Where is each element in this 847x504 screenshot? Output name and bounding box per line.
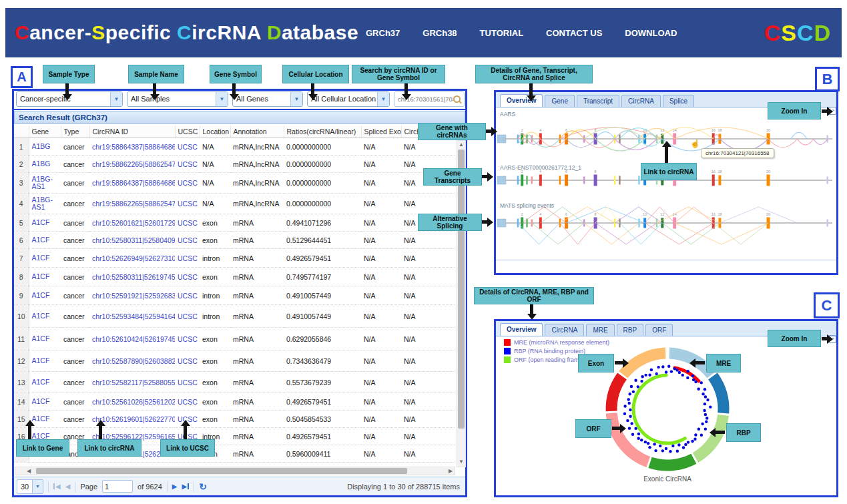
- ucsc-link[interactable]: UCSC: [178, 292, 198, 300]
- column-header-Annotation[interactable]: Annotation: [230, 125, 284, 138]
- sample-name-select[interactable]: All Samples ▼: [127, 91, 228, 107]
- circrna-link[interactable]: chr10:52582117|52588055: [92, 379, 175, 387]
- column-header-CircRNA ID[interactable]: CircRNA ID: [89, 125, 175, 138]
- nav-item-download[interactable]: DOWNLOAD: [625, 28, 677, 38]
- column-header-Location[interactable]: Location: [200, 125, 230, 138]
- circrna-link[interactable]: chr19:58864387|58864686: [92, 179, 175, 187]
- gene-link[interactable]: A1BG-AS1: [32, 196, 53, 211]
- callout-link-to-ucsc: Link to UCSC: [160, 439, 215, 457]
- scroll-up-icon[interactable]: ▲: [459, 142, 464, 148]
- gene-link[interactable]: A1CF: [32, 272, 50, 280]
- search-icon[interactable]: [453, 95, 461, 103]
- callout-cellular-location: Cellular Location: [282, 65, 349, 83]
- gene-link[interactable]: A1CF: [32, 291, 50, 299]
- gene-link[interactable]: A1BG-AS1: [32, 175, 53, 190]
- b-tab-overview[interactable]: Overview: [500, 94, 543, 107]
- first-page-button[interactable]: ◀: [53, 483, 61, 490]
- gene-link[interactable]: A1CF: [32, 218, 50, 226]
- column-header-Gene[interactable]: Gene: [29, 125, 61, 138]
- circrna-link[interactable]: chr10:52580311|52580409: [92, 236, 175, 244]
- column-header-Type[interactable]: Type: [61, 125, 89, 138]
- nav-item-tutorial[interactable]: TUTORIAL: [480, 28, 523, 38]
- circrna-link[interactable]: chr10:52587890|52603882: [92, 357, 175, 365]
- circrna-link[interactable]: chr10:52610424|52619745: [92, 335, 175, 343]
- ucsc-link[interactable]: UCSC: [178, 179, 198, 187]
- ucsc-link[interactable]: UCSC: [178, 398, 198, 406]
- scroll-left-icon[interactable]: ◀: [27, 469, 31, 474]
- last-page-button[interactable]: ▶: [182, 483, 190, 490]
- circrna-link[interactable]: chr10:52626949|52627310: [92, 254, 175, 262]
- table-row: 5A1CFcancerchr10:52601621|52601729UCSCex…: [14, 214, 455, 232]
- c-tab-circrna[interactable]: CircRNA: [545, 324, 584, 336]
- panel-c-badge: C: [814, 292, 840, 318]
- c-tab-rbp[interactable]: RBP: [617, 324, 644, 336]
- gene-select[interactable]: All Genes ▼: [232, 91, 303, 107]
- refresh-icon[interactable]: ↻: [199, 481, 207, 492]
- circrna-link[interactable]: chr10:52561026|52561202: [92, 398, 175, 406]
- gene-link[interactable]: A1CF: [32, 397, 50, 405]
- ucsc-link[interactable]: UCSC: [178, 160, 198, 168]
- callout-arrow: [65, 83, 69, 94]
- ucsc-link[interactable]: UCSC: [178, 357, 198, 365]
- cell: N/A: [200, 173, 230, 194]
- scroll-down-icon[interactable]: ▼: [459, 459, 464, 465]
- column-header-Ratios(circRNA/linear)[interactable]: Ratios(circRNA/linear): [284, 125, 361, 138]
- b-tab-splice[interactable]: Splice: [663, 95, 694, 107]
- column-header-Spliced Exon[interactable]: Spliced Exon: [361, 125, 401, 138]
- circrna-link[interactable]: chr19:58864387|58864686: [92, 143, 175, 151]
- ucsc-link[interactable]: UCSC: [178, 379, 198, 387]
- circrna-link[interactable]: chr10:52580311|52619745: [92, 273, 175, 281]
- nav-item-grch38[interactable]: GRCh38: [422, 28, 457, 38]
- circrna-link[interactable]: chr10:52591921|52592683: [92, 292, 175, 300]
- next-page-button[interactable]: ▶: [172, 483, 178, 490]
- circrna-link[interactable]: chr10:52593484|52594164: [92, 312, 175, 320]
- nav-item-grch37[interactable]: GRCh37: [366, 28, 400, 38]
- cell: UCSC: [175, 249, 200, 268]
- gene-link[interactable]: A1CF: [32, 312, 50, 320]
- svg-text:4: 4: [539, 128, 541, 132]
- prev-page-button[interactable]: ◀: [65, 483, 71, 490]
- legend-label: MRE (microRNA response element): [514, 339, 609, 346]
- nav-item-contact-us[interactable]: CONTACT US: [546, 28, 602, 38]
- scroll-right-icon[interactable]: ▶: [449, 469, 453, 474]
- cell: N/A: [361, 138, 401, 156]
- gene-link[interactable]: A1CF: [32, 378, 50, 386]
- circrna-link[interactable]: chr19:58862265|58862547: [92, 200, 175, 208]
- c-tab-mre[interactable]: MRE: [586, 324, 614, 336]
- gene-link[interactable]: A1CF: [32, 415, 50, 423]
- svg-text:16: 16: [712, 128, 716, 132]
- gene-link[interactable]: A1CF: [32, 334, 50, 342]
- gene-link[interactable]: A1CF: [32, 236, 50, 244]
- column-header-UCSC[interactable]: UCSC: [175, 125, 200, 138]
- c-tab-overview[interactable]: Overview: [500, 323, 543, 336]
- ucsc-link[interactable]: UCSC: [178, 200, 198, 208]
- circrna-link[interactable]: chr10:52601621|52601729: [92, 219, 175, 227]
- b-tab-gene[interactable]: Gene: [545, 95, 574, 107]
- gene-link[interactable]: A1CF: [32, 356, 50, 364]
- cell: A1CF: [29, 372, 61, 393]
- ucsc-link[interactable]: UCSC: [178, 236, 198, 244]
- gene-link[interactable]: A1BG: [32, 160, 51, 168]
- vscroll-thumb[interactable]: [458, 150, 465, 429]
- ucsc-link[interactable]: UCSC: [178, 254, 198, 262]
- callout-details-b: Details of Gene, Transcript, CircRNA and…: [475, 65, 593, 83]
- c-tab-orf[interactable]: ORF: [645, 324, 673, 336]
- gene-link[interactable]: A1CF: [32, 254, 50, 262]
- cell: 0.0000000000: [284, 156, 361, 173]
- hscroll-thumb[interactable]: [36, 468, 407, 474]
- page-size-select[interactable]: 30 ▼: [17, 479, 43, 494]
- gene-link[interactable]: A1BG: [32, 142, 51, 150]
- cell: 1: [14, 138, 29, 156]
- ucsc-link[interactable]: UCSC: [178, 143, 198, 151]
- b-tab-circrna[interactable]: CircRNA: [621, 95, 661, 107]
- cellular-location-select[interactable]: All Cellular Location ▼: [307, 91, 390, 107]
- ucsc-link[interactable]: UCSC: [178, 312, 198, 320]
- ucsc-link[interactable]: UCSC: [178, 335, 198, 343]
- page-number-input[interactable]: [102, 480, 133, 493]
- b-tab-transcript[interactable]: Transcript: [577, 95, 619, 107]
- ucsc-link[interactable]: UCSC: [178, 273, 198, 281]
- column-header-index[interactable]: [14, 125, 29, 138]
- circrna-link[interactable]: chr19:58862265|58862547: [92, 160, 175, 168]
- ucsc-link[interactable]: UCSC: [178, 219, 198, 227]
- cell: N/A: [361, 194, 401, 214]
